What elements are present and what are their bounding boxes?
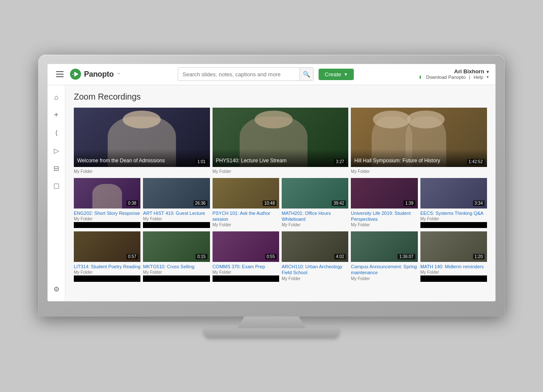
video-folder-v10: My Folder — [74, 270, 140, 275]
video-folder-v11: My Folder — [143, 270, 210, 275]
thumb-duration-v13: 4:02 — [334, 254, 346, 259]
watch-icon: ▷ — [54, 147, 59, 155]
video-folder-v7: My Folder — [282, 222, 348, 227]
video-folder-v14: My Folder — [351, 276, 417, 281]
sidebar-item-watch[interactable]: ▷ — [48, 142, 65, 159]
thumb-duration-v9: 3:34 — [473, 200, 484, 206]
navbar-left: Panopto ™ — [54, 68, 120, 80]
small-video-grid-1: 0:38 ENG202: Short Story Response My Fol… — [74, 178, 487, 228]
video-info-v1: My Folder — [74, 167, 210, 175]
video-title-v8[interactable]: University Life 2019: Student Perspectiv… — [351, 210, 417, 222]
video-card-v13[interactable]: 4:02 ARCH110: Urban Archeology Field Sch… — [282, 231, 348, 282]
thumb-duration-v5: 26:36 — [193, 200, 207, 206]
video-title-v5[interactable]: ART HIST 410: Guest Lecture — [143, 210, 210, 216]
thumb-overlay-v2: PHYS140: Lecture Live Stream — [213, 149, 349, 167]
svg-point-3 — [73, 74, 74, 75]
help-link[interactable]: Help — [473, 75, 483, 80]
video-card-v9[interactable]: 3:34 EECS: Systems Thinking Q&A My Folde… — [420, 178, 487, 228]
video-folder-v4: My Folder — [74, 217, 140, 221]
user-name[interactable]: Ari Bixhorn ▾ — [454, 68, 489, 75]
video-thumb-v3: Hill Hall Symposium: Future of History 1… — [351, 108, 487, 167]
download-icon: ⬇ — [418, 75, 422, 80]
video-title-v11[interactable]: MKTG510: Cross Selling — [143, 264, 210, 270]
video-thumb-v1: Welcome from the Dean of Admissions 1:01 — [74, 108, 210, 167]
video-card-v2[interactable]: PHYS140: Lecture Live Stream 3:27 My Fol… — [213, 108, 349, 175]
user-area: Ari Bixhorn ▾ ⬇ Download Panopto | Help … — [411, 68, 489, 80]
video-folder-v15: My Folder — [420, 270, 487, 275]
video-folder-v2: My Folder — [213, 169, 349, 174]
video-card-v5[interactable]: 26:36 ART HIST 410: Guest Lecture My Fol… — [143, 178, 210, 228]
thumb-duration-v12: 0:55 — [265, 254, 277, 259]
home-icon: ⌂ — [54, 94, 59, 101]
app-container: Panopto ™ 🔍 Create ▼ — [48, 64, 495, 301]
search-input[interactable] — [178, 71, 299, 78]
sidebar-item-settings[interactable]: ⚙ — [48, 281, 65, 298]
video-card-v3[interactable]: Hill Hall Symposium: Future of History 1… — [351, 108, 487, 175]
monitor-stand-top — [238, 317, 305, 328]
large-video-grid: Welcome from the Dean of Admissions 1:01… — [74, 108, 487, 175]
thumb-title-v2: PHYS140: Lecture Live Stream — [216, 158, 345, 164]
video-title-v7[interactable]: MATH201: Office Hours Whiteboard — [282, 210, 348, 222]
thumb-title-v1: Welcome from the Dean of Admissions — [77, 158, 207, 164]
monitor-stand-base — [204, 328, 339, 338]
video-title-v6[interactable]: PSYCH 101: Ask the Author session — [213, 210, 279, 222]
thumb-duration-v3: 1:42:52 — [467, 159, 484, 164]
logo-area: Panopto ™ — [70, 68, 120, 80]
search-area: 🔍 Create ▼ — [120, 67, 411, 81]
create-button[interactable]: Create ▼ — [319, 69, 354, 80]
sidebar-item-share[interactable]: ⟨ — [48, 125, 65, 142]
monitor: Panopto ™ 🔍 Create ▼ — [38, 55, 505, 338]
thumb-duration-v15: 1:20 — [473, 254, 484, 259]
sidebar-item-browse[interactable]: ☐ — [48, 178, 65, 195]
thumb-duration-v6: 10:48 — [263, 200, 277, 206]
sidebar-item-home[interactable]: ⌂ — [48, 89, 65, 106]
video-title-v10[interactable]: LIT314: Student Poetry Reading — [74, 264, 140, 270]
monitor-bezel: Panopto ™ 🔍 Create ▼ — [38, 55, 505, 317]
main-area: ⌂ + ⟨ ▷ ⊟ — [48, 85, 495, 301]
video-folder-v1: My Folder — [74, 169, 210, 174]
video-info-v2: My Folder — [213, 167, 349, 175]
panopto-logo-icon — [70, 68, 81, 80]
logo-trademark: ™ — [117, 72, 120, 76]
create-area: Create ▼ — [319, 69, 354, 80]
video-title-v13[interactable]: ARCH110: Urban Archeology Field School — [282, 264, 348, 276]
sidebar-item-create[interactable]: + — [48, 107, 65, 124]
video-thumb-v2: PHYS140: Lecture Live Stream 3:27 — [213, 108, 349, 167]
video-card-v10[interactable]: 0:57 LIT314: Student Poetry Reading My F… — [74, 231, 140, 282]
video-card-v1[interactable]: Welcome from the Dean of Admissions 1:01… — [74, 108, 210, 175]
video-title-v4[interactable]: ENG202: Short Story Response — [74, 210, 140, 216]
video-card-v7[interactable]: 39:42 MATH201: Office Hours Whiteboard M… — [282, 178, 348, 228]
video-title-v9[interactable]: EECS: Systems Thinking Q&A — [420, 210, 487, 216]
thumb-duration-v10: 0:57 — [126, 254, 138, 259]
navbar-sublinks: ⬇ Download Panopto | Help ▾ — [418, 75, 489, 80]
video-title-v14[interactable]: Campus Announcement: Spring maintenance — [351, 264, 417, 276]
video-card-v12[interactable]: 0:55 COMMS 370: Exam Prep My Folder — [213, 231, 279, 282]
help-caret-icon: ▾ — [487, 75, 489, 80]
download-panopto-link[interactable]: Download Panopto — [426, 75, 466, 80]
video-card-v14[interactable]: 1:36:07 Campus Announcement: Spring main… — [351, 231, 417, 282]
video-title-v15[interactable]: MATH 140: Midterm reminders — [420, 264, 487, 270]
video-card-v11[interactable]: 0:15 MKTG510: Cross Selling My Folder — [143, 231, 210, 282]
video-card-v15[interactable]: 1:20 MATH 140: Midterm reminders My Fold… — [420, 231, 487, 282]
thumb-duration-v11: 0:15 — [196, 254, 207, 259]
search-wrapper: 🔍 — [178, 67, 313, 81]
video-card-v4[interactable]: 0:38 ENG202: Short Story Response My Fol… — [74, 178, 140, 228]
thumb-duration-v7: 39:42 — [332, 200, 346, 206]
video-card-v6[interactable]: 10:48 PSYCH 101: Ask the Author session … — [213, 178, 279, 228]
thumb-title-v3: Hill Hall Symposium: Future of History — [354, 158, 484, 164]
search-button[interactable]: 🔍 — [299, 67, 313, 81]
content-area: Zoom Recordings — [65, 85, 495, 301]
small-video-grid-2: 0:57 LIT314: Student Poetry Reading My F… — [74, 231, 487, 282]
sidebar-item-bookmarks[interactable]: ⊟ — [48, 160, 65, 177]
logo-text: Panopto — [84, 70, 114, 79]
thumb-duration-v1: 1:01 — [196, 159, 207, 164]
thumb-duration-v14: 1:36:07 — [397, 254, 415, 259]
video-card-v8[interactable]: 1:39 University Life 2019: Student Persp… — [351, 178, 417, 228]
video-folder-v6: My Folder — [213, 222, 279, 227]
thumb-duration-v4: 0:38 — [126, 200, 138, 206]
settings-icon: ⚙ — [53, 285, 59, 293]
video-title-v12[interactable]: COMMS 370: Exam Prep — [213, 264, 279, 270]
sidebar: ⌂ + ⟨ ▷ ⊟ — [48, 85, 65, 301]
video-folder-v12: My Folder — [213, 270, 279, 275]
hamburger-menu-button[interactable] — [54, 70, 65, 79]
